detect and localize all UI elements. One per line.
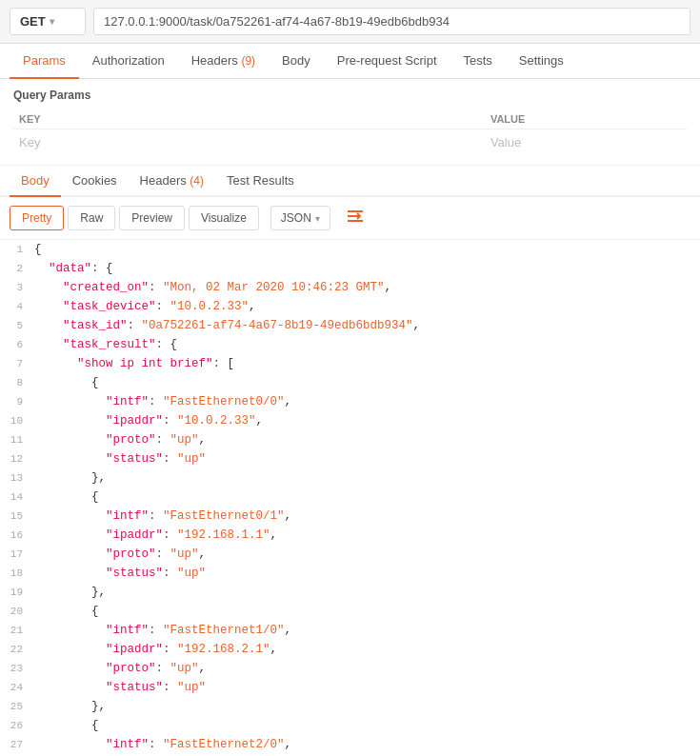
- headers-badge: (9): [241, 54, 255, 68]
- json-line: 19 },: [0, 583, 700, 602]
- params-empty-row: Key Value: [13, 129, 687, 156]
- json-line: 21 "intf": "FastEthernet1/0",: [0, 621, 700, 640]
- key-column-header: KEY: [13, 109, 485, 129]
- tab-settings[interactable]: Settings: [506, 44, 577, 79]
- line-number: 13: [8, 470, 34, 487]
- format-dropdown[interactable]: JSON ▾: [270, 206, 330, 230]
- tab-prerequest[interactable]: Pre-request Script: [324, 44, 450, 79]
- tab-response-headers[interactable]: Headers (4): [129, 166, 215, 197]
- json-content: "data": {: [34, 259, 692, 278]
- json-line: 26 {: [0, 716, 700, 735]
- json-content: {: [34, 602, 692, 621]
- json-line: 17 "proto": "up",: [0, 545, 700, 564]
- response-toolbar: Pretty Raw Preview Visualize JSON ▾: [0, 197, 700, 240]
- line-number: 20: [8, 604, 34, 621]
- view-pretty-btn[interactable]: Pretty: [10, 206, 64, 230]
- top-tabs: Params Authorization Headers (9) Body Pr…: [0, 44, 700, 79]
- json-content: "ipaddr": "192.168.2.1",: [34, 640, 692, 659]
- json-content: },: [34, 583, 692, 602]
- line-number: 23: [8, 661, 34, 678]
- wrap-button[interactable]: [338, 203, 372, 233]
- line-number: 16: [8, 527, 34, 545]
- tab-test-results[interactable]: Test Results: [215, 166, 306, 197]
- json-content: "ipaddr": "10.0.2.33",: [34, 411, 692, 430]
- tab-params[interactable]: Params: [10, 44, 79, 79]
- json-content: "intf": "FastEthernet2/0",: [34, 735, 692, 754]
- json-line: 23 "proto": "up",: [0, 659, 700, 678]
- wrap-icon: [347, 209, 364, 224]
- json-view: 1{2 "data": {3 "created_on": "Mon, 02 Ma…: [0, 240, 700, 756]
- line-number: 14: [8, 489, 34, 507]
- line-number: 4: [8, 299, 34, 316]
- json-content: "proto": "up",: [34, 545, 692, 564]
- query-params-section: Query Params KEY VALUE Key Value: [0, 79, 700, 166]
- tab-response-body[interactable]: Body: [10, 166, 61, 197]
- line-number: 6: [8, 337, 34, 354]
- tab-authorization[interactable]: Authorization: [79, 44, 178, 79]
- json-line: 13 },: [0, 468, 700, 487]
- json-line: 20 {: [0, 602, 700, 621]
- json-content: "intf": "FastEthernet0/0",: [34, 392, 692, 411]
- value-placeholder: Value: [485, 129, 687, 156]
- line-number: 26: [8, 718, 34, 735]
- line-number: 27: [8, 737, 34, 754]
- view-visualize-btn[interactable]: Visualize: [189, 206, 259, 230]
- json-line: 9 "intf": "FastEthernet0/0",: [0, 392, 700, 411]
- json-content: "status": "up": [34, 678, 692, 697]
- json-line: 12 "status": "up": [0, 449, 700, 468]
- json-line: 22 "ipaddr": "192.168.2.1",: [0, 640, 700, 659]
- method-arrow: ▾: [50, 16, 54, 27]
- line-number: 1: [8, 242, 34, 259]
- json-content: "intf": "FastEthernet0/1",: [34, 507, 692, 526]
- url-bar: GET ▾: [0, 0, 700, 44]
- line-number: 12: [8, 451, 34, 468]
- bottom-tabs: Body Cookies Headers (4) Test Results: [0, 166, 700, 197]
- json-line: 7 "show ip int brief": [: [0, 354, 700, 373]
- view-raw-btn[interactable]: Raw: [68, 206, 115, 230]
- json-content: {: [34, 240, 692, 259]
- json-line: 16 "ipaddr": "192.168.1.1",: [0, 526, 700, 545]
- json-line: 2 "data": {: [0, 259, 700, 278]
- json-line: 10 "ipaddr": "10.0.2.33",: [0, 411, 700, 430]
- format-arrow: ▾: [315, 213, 320, 224]
- json-line: 25 },: [0, 697, 700, 716]
- json-line: 15 "intf": "FastEthernet0/1",: [0, 507, 700, 526]
- json-content: {: [34, 716, 692, 735]
- json-content: },: [34, 468, 692, 487]
- url-input[interactable]: [93, 8, 690, 35]
- json-line: 1{: [0, 240, 700, 259]
- method-label: GET: [20, 14, 46, 29]
- line-number: 22: [8, 642, 34, 659]
- json-content: "status": "up": [34, 449, 692, 468]
- line-number: 18: [8, 566, 34, 583]
- line-number: 25: [8, 699, 34, 716]
- json-line: 24 "status": "up": [0, 678, 700, 697]
- line-number: 19: [8, 585, 34, 602]
- format-label: JSON: [281, 211, 311, 225]
- json-content: "proto": "up",: [34, 430, 692, 449]
- tab-headers[interactable]: Headers (9): [178, 44, 269, 79]
- json-content: "proto": "up",: [34, 659, 692, 678]
- line-number: 11: [8, 432, 34, 449]
- line-number: 2: [8, 261, 34, 278]
- json-content: "show ip int brief": [: [34, 354, 692, 373]
- tab-tests[interactable]: Tests: [450, 44, 506, 79]
- json-line: 27 "intf": "FastEthernet2/0",: [0, 735, 700, 754]
- json-content: {: [34, 373, 692, 392]
- json-line: 3 "created_on": "Mon, 02 Mar 2020 10:46:…: [0, 278, 700, 297]
- view-preview-btn[interactable]: Preview: [119, 206, 185, 230]
- json-line: 4 "task_device": "10.0.2.33",: [0, 297, 700, 316]
- json-content: "task_result": {: [34, 335, 692, 354]
- line-number: 24: [8, 680, 34, 697]
- tab-cookies[interactable]: Cookies: [61, 166, 129, 197]
- method-dropdown[interactable]: GET ▾: [10, 8, 86, 35]
- json-content: "created_on": "Mon, 02 Mar 2020 10:46:23…: [34, 278, 692, 297]
- json-line: 14 {: [0, 487, 700, 507]
- json-content: "ipaddr": "192.168.1.1",: [34, 526, 692, 545]
- line-number: 10: [8, 413, 34, 430]
- line-number: 5: [8, 318, 34, 335]
- json-content: },: [34, 697, 692, 716]
- tab-body[interactable]: Body: [269, 44, 324, 79]
- response-headers-badge: (4): [190, 174, 204, 188]
- key-placeholder: Key: [13, 129, 485, 156]
